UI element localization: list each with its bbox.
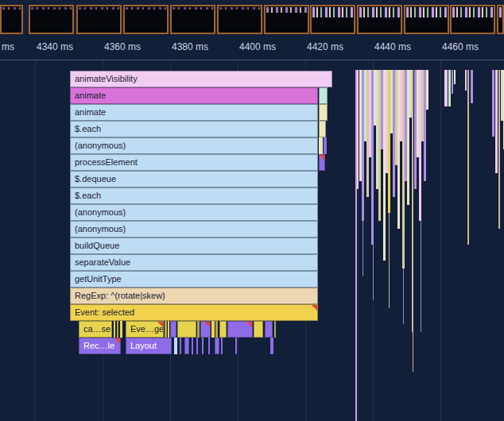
flame-frame-dequeue[interactable]: $.dequeue <box>70 171 318 187</box>
flame-frame[interactable] <box>319 87 328 104</box>
flame-frame[interactable] <box>180 338 181 354</box>
flame-frame-label: (anonymous) <box>71 222 126 237</box>
long-task-warning-marker <box>246 322 252 327</box>
flame-frame-label: animate <box>71 105 106 120</box>
flame-frame-rec-le[interactable]: Rec…le <box>79 338 121 354</box>
flame-frame[interactable] <box>177 321 196 338</box>
filmstrip-thumbnail[interactable] <box>123 5 169 34</box>
filmstrip-thumbnail[interactable] <box>357 5 402 34</box>
flame-frame[interactable] <box>192 338 193 354</box>
flame-frame[interactable] <box>219 321 227 338</box>
flame-frame[interactable] <box>200 321 211 338</box>
flame-frame-each[interactable]: $.each <box>70 121 318 137</box>
flame-frame[interactable] <box>114 321 115 338</box>
flame-frame[interactable] <box>120 321 122 338</box>
flame-frame[interactable] <box>170 321 176 338</box>
flame-activity-stripe <box>452 70 453 94</box>
flame-activity-stripe <box>444 70 448 106</box>
flame-frame-label: (anonymous) <box>71 205 126 220</box>
flame-frame[interactable] <box>274 321 276 338</box>
flame-frame-anonymous[interactable]: (anonymous) <box>70 137 318 154</box>
thumbnail-content <box>31 7 72 10</box>
flame-frame[interactable] <box>319 154 325 171</box>
flame-frame[interactable] <box>197 321 200 338</box>
flame-frame[interactable] <box>319 104 328 121</box>
flame-frame[interactable] <box>215 338 219 354</box>
flame-frame-getunittype[interactable]: getUnitType <box>70 271 318 288</box>
flame-frame-label: getUnitType <box>71 272 122 287</box>
flame-frame-processelement[interactable]: processElement <box>70 154 318 171</box>
flame-frame[interactable] <box>202 338 204 354</box>
filmstrip-thumbnail[interactable] <box>170 5 215 34</box>
flame-frame-label: $.dequeue <box>71 172 116 187</box>
flame-frame[interactable] <box>227 321 253 338</box>
flame-frame[interactable] <box>184 338 189 354</box>
flame-frame[interactable] <box>117 321 118 338</box>
flame-frame-anonymous[interactable]: (anonymous) <box>70 204 318 221</box>
flame-frame[interactable] <box>319 137 323 154</box>
thumbnail-content <box>499 7 502 17</box>
thumbnail-content <box>2 7 21 10</box>
flame-frame-animate[interactable]: animate <box>70 104 318 121</box>
flame-frame-label: animate <box>71 88 106 103</box>
flame-frame-label: separateValue <box>71 255 130 270</box>
long-task-warning-marker <box>312 305 317 311</box>
flame-frame-layout[interactable]: Layout <box>126 338 172 354</box>
filmstrip-thumbnail[interactable] <box>404 5 449 34</box>
flame-frame[interactable] <box>168 321 169 338</box>
long-task-warning-marker <box>319 155 324 160</box>
flame-frame[interactable] <box>196 338 198 354</box>
flame-frame-eve-ge[interactable]: Eve…ge <box>126 321 164 338</box>
flame-activity-stripe <box>412 70 413 332</box>
long-task-warning-marker <box>157 322 163 327</box>
flame-frame-label: RegExp: ^(rotate|skew) <box>71 288 165 303</box>
filmstrip-thumbnail[interactable] <box>497 5 504 34</box>
flame-activity-stripe <box>403 268 404 324</box>
flame-frame[interactable] <box>174 338 177 354</box>
flame-frame[interactable] <box>211 321 215 338</box>
flame-frame-separatevalue[interactable]: separateValue <box>70 254 318 271</box>
flame-frame-animate[interactable]: animate <box>70 87 318 104</box>
filmstrip-thumbnail[interactable] <box>264 5 309 34</box>
time-label: 4460 ms <box>442 41 479 52</box>
flame-frame[interactable] <box>215 321 218 338</box>
filmstrip-thumbnail[interactable] <box>310 5 355 34</box>
filmstrip-thumbnail[interactable] <box>29 5 74 34</box>
flame-frame[interactable] <box>165 321 167 338</box>
time-label: 4380 ms <box>172 41 208 52</box>
flame-frame-buildqueue[interactable]: buildQueue <box>70 238 318 254</box>
flame-frame-label: processElement <box>71 155 138 170</box>
flame-frame[interactable] <box>319 121 326 137</box>
flame-frame-label: Layout <box>126 338 157 353</box>
filmstrip-thumbnail[interactable] <box>450 5 495 34</box>
flame-frame-label: animateVisibility <box>71 71 138 87</box>
filmstrip-thumbnail[interactable] <box>217 5 262 34</box>
flame-frame-anonymous[interactable]: (anonymous) <box>70 221 318 238</box>
ruler-separator <box>0 60 504 60</box>
long-task-warning-marker <box>114 338 120 344</box>
filmstrip-thumbnail[interactable] <box>0 5 23 34</box>
flame-frame-label: $.each <box>71 188 101 203</box>
performance-flame-chart-panel: ms4340 ms4360 ms4380 ms4400 ms4420 ms444… <box>0 0 504 421</box>
flame-frame[interactable] <box>265 321 273 338</box>
filmstrip-thumbnail[interactable] <box>76 5 122 34</box>
flame-frame-label: $.each <box>71 122 101 137</box>
thumbnail-content <box>126 7 166 10</box>
flame-frame-each[interactable]: $.each <box>70 187 318 204</box>
time-label: ms <box>2 41 14 52</box>
flame-frame[interactable] <box>254 321 263 338</box>
flame-frame[interactable] <box>324 137 327 154</box>
flame-frame[interactable] <box>270 338 273 354</box>
thumbnail-content <box>219 7 260 10</box>
flame-frame[interactable] <box>235 338 237 354</box>
flame-frame-ca-se[interactable]: ca…se <box>79 321 112 338</box>
flame-frame[interactable] <box>221 338 223 354</box>
flame-frame-label: (anonymous) <box>71 138 126 153</box>
flame-frame-event-selected[interactable]: Event: selected <box>70 304 318 321</box>
thumbnail-content <box>406 7 447 17</box>
flame-frame[interactable] <box>208 338 210 354</box>
thumbnail-content <box>173 7 213 10</box>
flame-frame-animatevisibility[interactable]: animateVisibility <box>70 71 332 87</box>
flame-frame-regexp-rotate-skew[interactable]: RegExp: ^(rotate|skew) <box>70 288 318 304</box>
flame-activity-stripe <box>498 70 500 229</box>
